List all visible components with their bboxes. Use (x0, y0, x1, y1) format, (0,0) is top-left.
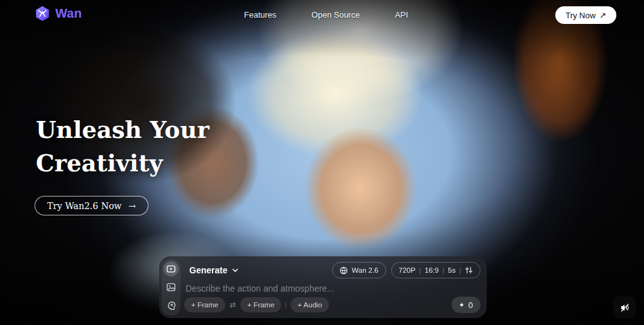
add-audio-button[interactable]: + Audio (291, 297, 329, 312)
nav-item-open-source[interactable]: Open Source (311, 10, 360, 20)
image-tab[interactable] (164, 280, 179, 295)
aspect-ratio-value: 16:9 (425, 266, 438, 274)
top-nav: Wan Features Open Source API Try Now ↗ (0, 0, 644, 30)
chevron-down-icon (232, 268, 238, 273)
nav-item-api[interactable]: API (395, 10, 408, 20)
prompt-composer-panel: Generate Wan 2.6 720P (159, 256, 487, 318)
pill-separator: | (443, 267, 445, 274)
panel-top-row: Generate Wan 2.6 720P (184, 262, 480, 278)
arrow-up-right-icon: ↗ (599, 11, 606, 20)
logo[interactable]: Wan (34, 6, 82, 21)
wan-logo-icon (34, 6, 51, 21)
panel-content: Generate Wan 2.6 720P (184, 256, 480, 318)
muted-speaker-icon (619, 302, 630, 313)
hero-section: Unleash Your Creativity Try Wan2.6 Now → (36, 113, 209, 215)
sparkle-icon: ✦ (459, 301, 465, 309)
logo-text: Wan (55, 6, 82, 21)
mode-label: Generate (189, 265, 228, 275)
avatar-tab[interactable] (164, 298, 179, 313)
video-tab[interactable] (164, 261, 179, 277)
add-start-frame-button[interactable]: + Frame (184, 297, 225, 312)
wan-landing-page: Wan Features Open Source API Try Now ↗ U… (0, 0, 644, 325)
globe-icon (340, 266, 348, 275)
try-now-button[interactable]: Try Now ↗ (555, 6, 616, 24)
add-end-frame-button[interactable]: + Frame (240, 297, 281, 312)
nav-item-features[interactable]: Features (244, 10, 276, 20)
swap-frames-icon[interactable]: ⇄ (230, 300, 236, 309)
video-icon (167, 265, 175, 273)
pill-separator: | (459, 267, 461, 274)
pill-separator: | (419, 267, 421, 274)
divider (286, 301, 286, 309)
hero-title-line2: Creativity (36, 147, 209, 180)
mute-button[interactable] (613, 296, 636, 319)
model-label: Wan 2.6 (352, 266, 378, 274)
resolution-value: 720P (399, 266, 416, 274)
try-wan-now-button[interactable]: Try Wan2.6 Now → (35, 196, 148, 215)
try-now-label: Try Now (565, 11, 596, 20)
hero-title: Unleash Your Creativity (36, 113, 209, 180)
duration-value: 5s (448, 266, 455, 274)
hero-title-line1: Unleash Your (36, 113, 209, 147)
arrow-right-icon: → (128, 201, 136, 211)
hero-cta-label: Try Wan2.6 Now (47, 201, 121, 211)
credits-pill[interactable]: ✦ 0 (452, 297, 480, 313)
mode-dropdown[interactable]: Generate (184, 263, 243, 277)
prompt-input[interactable] (186, 283, 462, 294)
image-icon (167, 283, 175, 292)
media-type-sidebar (162, 259, 180, 316)
model-selector-pill[interactable]: Wan 2.6 (332, 262, 386, 278)
panel-bottom-row: + Frame ⇄ + Frame + Audio ✦ 0 (184, 297, 480, 313)
sliders-icon (465, 266, 473, 274)
avatar-plus-icon (167, 301, 176, 311)
settings-pills: Wan 2.6 720P | 16:9 | 5s | (332, 262, 480, 278)
credits-value: 0 (469, 300, 473, 310)
nav-links: Features Open Source API (244, 10, 408, 20)
output-settings-pill[interactable]: 720P | 16:9 | 5s | (391, 262, 480, 278)
